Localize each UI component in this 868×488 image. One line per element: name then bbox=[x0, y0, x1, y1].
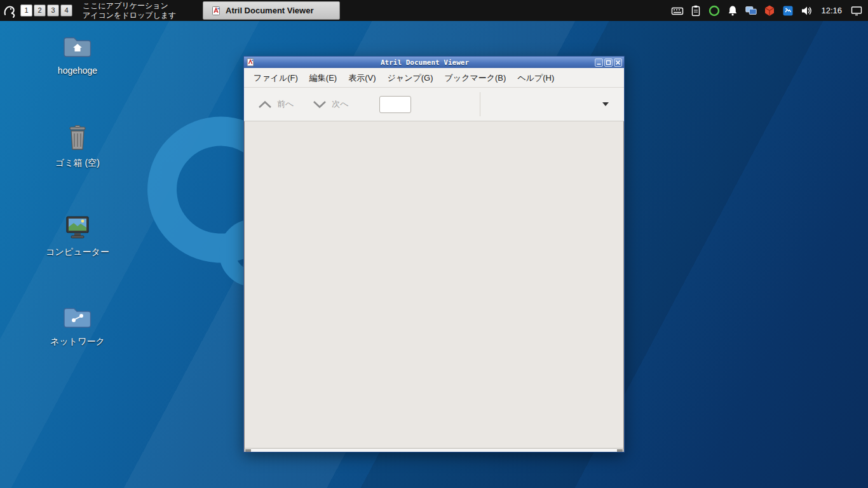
trash-icon bbox=[65, 125, 90, 151]
launcher-drop-hint: ここにアプリケーション アイコンをドロップします bbox=[83, 1, 194, 20]
panel-left: 1 2 3 4 ここにアプリケーション アイコンをドロップします Atril D… bbox=[0, 0, 340, 21]
launcher-drop-hint-line2: アイコンをドロップします bbox=[83, 11, 194, 20]
menu-bookmarks[interactable]: ブックマーク(B) bbox=[439, 68, 512, 88]
menu-view[interactable]: 表示(V) bbox=[342, 68, 381, 88]
desktop-icon-hogehoge[interactable]: hogehoge bbox=[37, 35, 118, 76]
next-page-button[interactable]: 次へ bbox=[308, 95, 353, 114]
desktop-icon-network[interactable]: ネットワーク bbox=[37, 306, 118, 348]
scroll-right-cap[interactable] bbox=[617, 449, 623, 452]
workspace-pager: 1 2 3 4 bbox=[20, 4, 72, 17]
workspace-button-1[interactable]: 1 bbox=[20, 4, 32, 17]
workspace-button-4[interactable]: 4 bbox=[60, 4, 72, 17]
icon-label: コンピューター bbox=[37, 247, 118, 258]
chevron-up-icon bbox=[258, 100, 272, 109]
screen-recorder-icon[interactable] bbox=[708, 4, 721, 17]
desktop: 1 2 3 4 ここにアプリケーション アイコンをドロップします Atril D… bbox=[0, 0, 868, 488]
window-titlebar[interactable]: Atril Document Viewer bbox=[244, 57, 624, 68]
atril-window: Atril Document Viewer ファイル(F) 編集(E) 表示(V… bbox=[243, 56, 625, 452]
top-panel: 1 2 3 4 ここにアプリケーション アイコンをドロップします Atril D… bbox=[0, 0, 868, 21]
zoom-combobox[interactable] bbox=[480, 92, 615, 117]
scroll-left-cap[interactable] bbox=[245, 449, 251, 452]
window-controls bbox=[595, 58, 622, 67]
menu-help[interactable]: ヘルプ(H) bbox=[512, 68, 560, 88]
volume-icon[interactable] bbox=[800, 4, 813, 17]
minimize-button[interactable] bbox=[595, 58, 603, 67]
menubar: ファイル(F) 編集(E) 表示(V) ジャンプ(G) ブックマーク(B) ヘル… bbox=[244, 68, 624, 88]
close-button[interactable] bbox=[614, 58, 622, 67]
atril-app-icon bbox=[246, 58, 255, 67]
horizontal-scrollbar[interactable] bbox=[244, 448, 624, 452]
document-view bbox=[244, 121, 624, 448]
session-display-icon[interactable] bbox=[850, 4, 863, 17]
home-folder-icon bbox=[63, 35, 92, 59]
icon-label: hogehoge bbox=[37, 65, 118, 76]
software-updater-icon[interactable] bbox=[782, 4, 794, 17]
notification-bell-icon[interactable] bbox=[726, 4, 739, 17]
applications-menu-button[interactable] bbox=[0, 0, 19, 21]
previous-page-label: 前へ bbox=[277, 98, 294, 110]
previous-page-button[interactable]: 前へ bbox=[253, 95, 299, 114]
keyboard-indicator-icon[interactable] bbox=[671, 4, 684, 17]
network-folder-icon bbox=[63, 306, 92, 330]
toolbar: 前へ 次へ bbox=[244, 88, 624, 121]
taskbar-item-label: Atril Document Viewer bbox=[226, 6, 313, 15]
workspace-button-3[interactable]: 3 bbox=[47, 4, 59, 17]
menu-file[interactable]: ファイル(F) bbox=[248, 68, 304, 88]
display-settings-icon[interactable] bbox=[745, 4, 757, 17]
computer-icon bbox=[64, 215, 92, 240]
package-manager-icon[interactable] bbox=[763, 4, 776, 17]
atril-app-icon bbox=[211, 6, 221, 16]
combo-dropdown-icon bbox=[602, 102, 609, 106]
desktop-icon-trash[interactable]: ゴミ箱 (空) bbox=[37, 125, 118, 169]
whisker-menu-icon bbox=[3, 4, 17, 18]
desktop-icon-computer[interactable]: コンピューター bbox=[37, 215, 118, 258]
clock[interactable]: 12:16 bbox=[818, 6, 844, 15]
launcher-drop-hint-line1: ここにアプリケーション bbox=[83, 1, 194, 11]
system-tray: 12:16 bbox=[671, 4, 868, 17]
window-title: Atril Document Viewer bbox=[255, 58, 595, 67]
icon-label: ゴミ箱 (空) bbox=[37, 158, 118, 169]
menu-go[interactable]: ジャンプ(G) bbox=[382, 68, 439, 88]
chevron-down-icon bbox=[313, 100, 327, 109]
next-page-label: 次へ bbox=[332, 98, 348, 110]
workspace-button-2[interactable]: 2 bbox=[34, 4, 46, 17]
menu-edit[interactable]: 編集(E) bbox=[304, 68, 342, 88]
clipboard-manager-icon[interactable] bbox=[689, 4, 702, 17]
page-number-input[interactable] bbox=[379, 96, 411, 113]
maximize-button[interactable] bbox=[604, 58, 613, 67]
icon-label: ネットワーク bbox=[37, 336, 118, 348]
taskbar-item-atril[interactable]: Atril Document Viewer bbox=[203, 1, 340, 20]
